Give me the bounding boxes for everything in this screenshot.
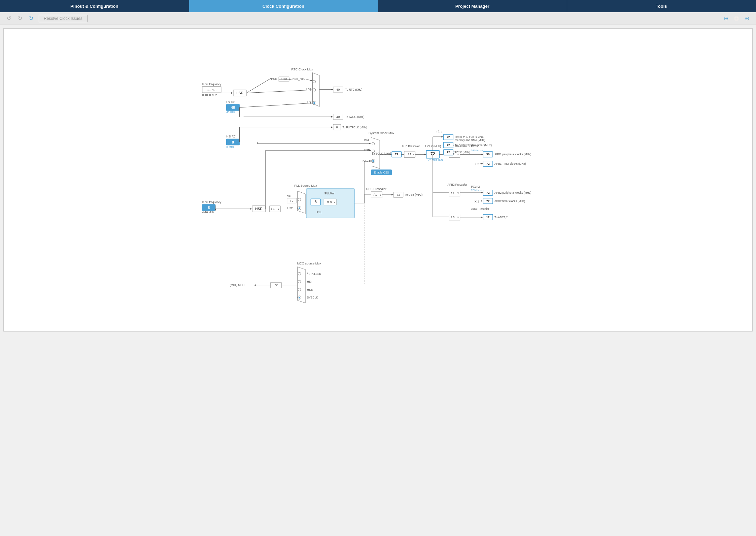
hclk-label-text: HCLK (MHz): [425, 145, 441, 148]
mco-hsi-label: HSI: [307, 280, 312, 283]
mco-sysclk-label: SYSCLK: [307, 296, 318, 299]
apb1-x2-label: X 2: [475, 162, 479, 166]
input-freq-bottom-label: Input frequency: [202, 201, 221, 204]
pll-mul-val: 8: [315, 200, 317, 204]
usb-unit: To USB (MHz): [405, 193, 423, 196]
fit-button[interactable]: □: [733, 15, 740, 22]
zoom-out-button[interactable]: ⊖: [744, 14, 751, 22]
input-freq-bottom-range: 4-16 MHz: [202, 211, 214, 214]
sysclk-mux-radio-1: [372, 142, 375, 145]
toolbar: ↺ ↻ ↻ Resolve Clock Issues ⊕ □ ⊖: [0, 12, 756, 25]
redo-button[interactable]: ↻: [16, 14, 24, 22]
nav-tools[interactable]: Tools: [567, 0, 756, 12]
apb1-timer-val: 72: [486, 162, 489, 165]
hclk-top-val: 72: [447, 135, 450, 139]
rtc-mux-radio-2: [313, 89, 316, 91]
input-freq-top-value: 32.768: [207, 88, 216, 92]
pll-mux-shape: [297, 191, 306, 214]
rtc-unit: To RTC (KHz): [345, 88, 363, 91]
hclk-bus-label: HCLK to AHB bus, core,: [455, 136, 484, 139]
hse-div1-val: / 1: [271, 207, 275, 211]
hsi-rc-unit: 8 MHz: [227, 146, 235, 149]
lsi-rc-unit: 40 KHz: [227, 111, 236, 114]
mco-radio-2: [298, 280, 301, 283]
hsi-rc-value: 8: [232, 140, 234, 144]
iwdg-val: 40: [336, 115, 340, 119]
apb2-timer-label-text: APB2 timer clocks (MHz): [494, 200, 525, 203]
hse-top-label: HSE: [271, 77, 277, 81]
hse-pll-label: HSE: [287, 207, 293, 210]
pll-mul-label: *PLLMul: [324, 192, 334, 195]
apb2-x1-label: X 1: [475, 200, 479, 203]
flitfclk-unit: To FLITFCLK (MHz): [343, 126, 368, 129]
mco-hse-label: HSE: [307, 288, 313, 291]
iwdg-unit: To IWDG (KHz): [345, 116, 365, 119]
ahb-dropdown[interactable]: ∨: [412, 153, 414, 156]
usb-prescaler-label: USB Prescaler: [366, 187, 386, 191]
sysclk-label-text: SYSCLK (MHz): [372, 152, 391, 155]
pclk1-max-label: 36 MHz max: [471, 149, 485, 152]
lse-label: LSE: [237, 91, 243, 95]
input-freq-top-range: 0-1000 KHz: [202, 94, 217, 97]
hse-div1-dropdown[interactable]: ∨: [277, 208, 279, 211]
hsi-sysclk-label: HSI: [364, 138, 369, 141]
nav-clock[interactable]: Clock Configuration: [189, 0, 378, 12]
nav-project[interactable]: Project Manager: [378, 0, 567, 12]
main-content: Input frequency 32.768 0-1000 KHz LSE LS…: [0, 25, 756, 536]
diagram-container: Input frequency 32.768 0-1000 KHz LSE LS…: [3, 28, 753, 332]
adc-dropdown[interactable]: ∨: [457, 216, 459, 219]
cortex-label-text: To Cortex System timer (MHz): [455, 144, 492, 147]
lsi-mux-line: [239, 103, 312, 107]
refresh-button[interactable]: ↻: [28, 14, 35, 22]
hse-rtc-label: HSE_RTC: [293, 77, 305, 81]
hsi-div2-top-label: HSI: [287, 194, 291, 197]
nav-pinout[interactable]: Pinout & Configuration: [0, 0, 189, 12]
usb-val: 72: [397, 193, 400, 196]
mco-pllclk-label: / 2 PLLCLK: [307, 273, 321, 276]
mco-source-mux-label: MCO source Mux: [297, 262, 321, 265]
system-clock-mux-label: System Clock Mux: [369, 131, 394, 135]
rtc-val: 40: [336, 88, 340, 91]
rtc-mux-radio-1: [313, 80, 316, 83]
adc-val: 12: [486, 216, 489, 219]
pll-x9-dropdown[interactable]: ∨: [334, 201, 336, 204]
ahb-div-val: / 1: [408, 153, 411, 156]
rtc-clock-mux-label: RTC Clock Mux: [291, 68, 313, 71]
lse-mux-line: [246, 90, 313, 93]
div128-label: / 128: [281, 78, 287, 81]
hclk-bus-label2: memory and DMA (MHz): [455, 139, 485, 142]
apb1-periph-label-text: APB1 peripheral clocks (MHz): [494, 153, 531, 156]
fclk-label-text: FCLK (MHz): [455, 151, 470, 154]
rtc-mux-radio-3-selected: [313, 102, 315, 104]
apb2-div-val: / 1: [451, 191, 454, 195]
apb2-dropdown[interactable]: ∨: [457, 192, 459, 195]
pclk2-max-label: 72 MHz max: [471, 189, 485, 192]
apb1-timer-label-text: APB1 Timer clocks (MHz): [494, 162, 526, 165]
resolve-clock-button[interactable]: Resolve Clock Issues: [39, 15, 88, 22]
sysclk-val: 72: [395, 153, 398, 156]
mco-radio-1: [298, 272, 301, 275]
adc-prescaler-label: ADC Prescaler: [471, 208, 489, 211]
apb2-periph-val: 72: [486, 191, 489, 194]
pll-x9-val: X 9: [327, 200, 332, 204]
rtc-mux-line1: [306, 79, 312, 81]
undo-button[interactable]: ↺: [5, 14, 12, 22]
hsi-div2-label: / 2: [290, 199, 294, 202]
zoom-in-button[interactable]: ⊕: [722, 14, 729, 22]
hclk-max-label: 72 MHz max: [428, 159, 443, 162]
pll-mux-radio-2-selected: [299, 207, 300, 209]
hse-div128-line: [246, 78, 271, 93]
pll-mux-radio-1: [298, 198, 301, 201]
mco-val: 72: [274, 283, 278, 287]
clock-diagram: Input frequency 32.768 0-1000 KHz LSE LS…: [9, 34, 747, 324]
mco-radio-4-selected: [299, 297, 300, 298]
mco-label-text: (MHz) MCO: [230, 284, 245, 287]
lse-mux-label: LSE: [306, 88, 312, 91]
cortex-val: 72: [447, 144, 450, 147]
usb-dropdown[interactable]: ∨: [379, 193, 381, 196]
ahb-prescaler-label: AHB Prescaler: [402, 145, 420, 148]
hclk-top-dropdown[interactable]: ∨: [441, 130, 442, 133]
hse-label: HSE: [255, 207, 262, 211]
hsi-rc-label: HSI RC: [227, 135, 236, 138]
mco-radio-3: [298, 288, 301, 291]
